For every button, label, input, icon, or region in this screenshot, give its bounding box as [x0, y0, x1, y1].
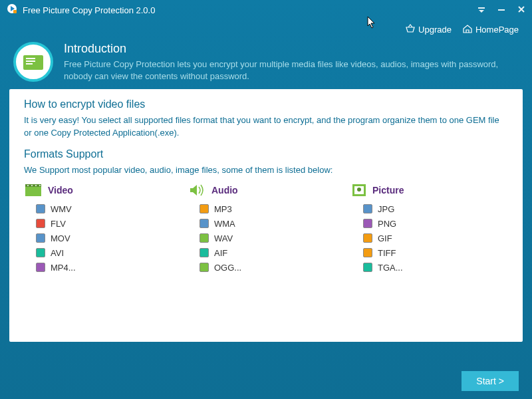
- picture-list: JPG PNG GIF TIFF TGA...: [351, 204, 508, 273]
- list-item: TGA...: [363, 263, 508, 273]
- picture-label: Picture: [372, 185, 404, 196]
- video-column: Video WMV FLV MOV AVI MP4...: [24, 183, 181, 277]
- svg-rect-4: [23, 55, 43, 70]
- svg-rect-7: [26, 63, 33, 65]
- wmv-icon: [36, 204, 45, 213]
- mp4-icon: [36, 263, 45, 272]
- homepage-button[interactable]: HomePage: [462, 24, 519, 35]
- intro-desc: Free Picture Copy Protection lets you en…: [64, 59, 519, 82]
- picture-header: Picture: [351, 183, 508, 198]
- video-icon: [24, 183, 43, 198]
- wav-icon: [200, 233, 209, 243]
- audio-header: Audio: [188, 183, 344, 198]
- basket-icon: [405, 24, 416, 35]
- upgrade-button[interactable]: Upgrade: [405, 24, 452, 35]
- app-window: Free Picture Copy Protection 2.0.0 Upgra…: [0, 0, 532, 399]
- ogg-icon: [200, 263, 209, 272]
- png-icon: [363, 219, 372, 228]
- svg-point-16: [357, 188, 361, 192]
- dropdown-icon[interactable]: [477, 4, 485, 16]
- list-item: GIF: [363, 233, 508, 243]
- home-icon: [462, 24, 473, 35]
- video-list: WMV FLV MOV AVI MP4...: [24, 204, 181, 273]
- mov-icon: [36, 233, 45, 243]
- svg-rect-6: [26, 61, 35, 62]
- list-item: TIFF: [363, 248, 508, 258]
- list-item: WMV: [36, 204, 181, 214]
- footer: Start >: [462, 371, 519, 391]
- list-item: MOV: [36, 233, 181, 243]
- toolbar: Upgrade HomePage: [0, 20, 532, 42]
- content-panel: How to encrypt video files It is very ea…: [9, 89, 523, 342]
- svg-rect-2: [478, 7, 485, 9]
- intro-text: Introduction Free Picture Copy Protectio…: [64, 42, 519, 82]
- svg-point-10: [27, 185, 29, 186]
- svg-point-12: [35, 185, 37, 186]
- list-item: AIF: [200, 248, 344, 258]
- picture-column: Picture JPG PNG GIF TIFF TGA...: [351, 183, 508, 277]
- svg-point-13: [39, 185, 41, 186]
- mp3-icon: [200, 204, 209, 213]
- list-item: FLV: [36, 219, 181, 229]
- picture-icon: [351, 183, 367, 198]
- jpg-icon: [363, 204, 372, 213]
- flv-icon: [36, 219, 45, 228]
- start-button[interactable]: Start >: [462, 371, 519, 391]
- audio-column: Audio MP3 WMA WAV AIF OGG...: [188, 183, 344, 277]
- formats-desc: We Support most popular video, audio, im…: [24, 164, 508, 176]
- list-item: MP4...: [36, 263, 181, 273]
- formats-row: Video WMV FLV MOV AVI MP4... Audio MP3 W: [24, 183, 508, 277]
- window-title: Free Picture Copy Protection 2.0.0: [23, 5, 477, 15]
- close-icon[interactable]: [517, 4, 525, 16]
- intro-section: Introduction Free Picture Copy Protectio…: [0, 42, 532, 89]
- tiff-icon: [363, 248, 372, 257]
- tga-icon: [363, 263, 372, 272]
- formats-title: Formats Support: [24, 148, 508, 160]
- audio-icon: [188, 183, 206, 198]
- app-icon: [7, 3, 17, 17]
- howto-title: How to encrypt video files: [24, 98, 508, 110]
- minimize-icon[interactable]: [497, 4, 505, 16]
- intro-title: Introduction: [64, 42, 519, 56]
- video-header: Video: [24, 183, 181, 198]
- svg-rect-1: [13, 10, 17, 13]
- list-item: AVI: [36, 248, 181, 258]
- list-item: WAV: [200, 233, 344, 243]
- howto-desc: It is very easy! You select all supporte…: [24, 114, 508, 138]
- aif-icon: [200, 248, 209, 257]
- list-item: MP3: [200, 204, 344, 214]
- svg-rect-8: [25, 187, 41, 196]
- svg-point-11: [31, 185, 33, 186]
- window-controls: [477, 4, 525, 16]
- list-item: PNG: [363, 219, 508, 229]
- avi-icon: [36, 248, 45, 257]
- homepage-label: HomePage: [475, 25, 519, 35]
- svg-rect-3: [498, 9, 505, 11]
- audio-list: MP3 WMA WAV AIF OGG...: [188, 204, 344, 273]
- video-label: Video: [48, 185, 73, 196]
- audio-label: Audio: [211, 185, 238, 196]
- list-item: JPG: [363, 204, 508, 214]
- list-item: OGG...: [200, 263, 344, 273]
- upgrade-label: Upgrade: [418, 25, 452, 35]
- gif-icon: [363, 233, 372, 243]
- list-item: WMA: [200, 219, 344, 229]
- titlebar: Free Picture Copy Protection 2.0.0: [0, 0, 532, 20]
- intro-icon: [13, 42, 53, 82]
- wma-icon: [200, 219, 209, 228]
- svg-rect-5: [26, 58, 35, 59]
